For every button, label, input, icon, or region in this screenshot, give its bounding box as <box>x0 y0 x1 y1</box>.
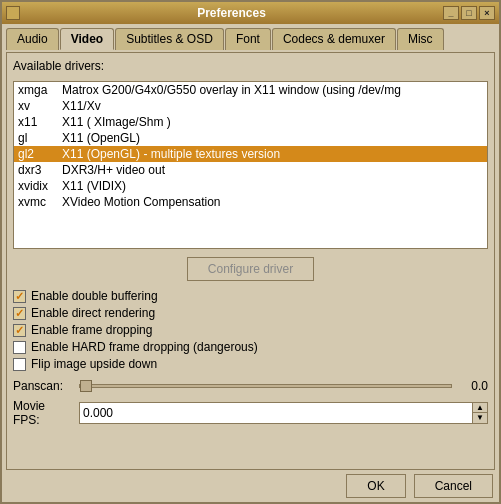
tab-audio[interactable]: Audio <box>6 28 59 50</box>
driver-row-x11[interactable]: x11 X11 ( XImage/Shm ) <box>14 114 487 130</box>
cancel-button[interactable]: Cancel <box>414 474 493 498</box>
driver-desc: X11 (OpenGL) <box>62 131 140 145</box>
checkbox-direct-rendering-box[interactable]: ✓ <box>13 307 26 320</box>
checkbox-direct-rendering[interactable]: ✓ Enable direct rendering <box>13 306 488 320</box>
configure-driver-button[interactable]: Configure driver <box>187 257 314 281</box>
driver-desc: X11 (VIDIX) <box>62 179 126 193</box>
checkbox-flip-image[interactable]: Flip image upside down <box>13 357 488 371</box>
checkbox-frame-dropping-box[interactable]: ✓ <box>13 324 26 337</box>
fps-row: Movie FPS: ▲ ▼ <box>13 399 488 427</box>
minimize-button[interactable]: _ <box>443 6 459 20</box>
checkbox-hard-frame-dropping[interactable]: Enable HARD frame dropping (dangerous) <box>13 340 488 354</box>
drivers-list[interactable]: xmga Matrox G200/G4x0/G550 overlay in X1… <box>13 81 488 249</box>
titlebar: Preferences _ □ × <box>2 2 499 24</box>
driver-key: xmga <box>18 83 62 97</box>
maximize-button[interactable]: □ <box>461 6 477 20</box>
driver-key: dxr3 <box>18 163 62 177</box>
driver-desc: X11/Xv <box>62 99 101 113</box>
preferences-window: Preferences _ □ × Audio Video Subtitles … <box>0 0 501 504</box>
driver-key: gl2 <box>18 147 62 161</box>
driver-key: x11 <box>18 115 62 129</box>
tab-video[interactable]: Video <box>60 28 114 50</box>
tab-bar: Audio Video Subtitles & OSD Font Codecs … <box>6 28 495 50</box>
fps-spin-down-button[interactable]: ▼ <box>473 413 487 423</box>
checkbox-double-buffering-label: Enable double buffering <box>31 289 158 303</box>
window-title: Preferences <box>20 6 443 20</box>
tab-subtitles-osd[interactable]: Subtitles & OSD <box>115 28 224 50</box>
panscan-slider[interactable] <box>79 384 452 388</box>
checkmark-icon: ✓ <box>15 290 24 303</box>
checkbox-frame-dropping[interactable]: ✓ Enable frame dropping <box>13 323 488 337</box>
driver-desc: Matrox G200/G4x0/G550 overlay in X11 win… <box>62 83 401 97</box>
driver-desc: X11 (OpenGL) - multiple textures version <box>62 147 280 161</box>
ok-button[interactable]: OK <box>346 474 405 498</box>
tab-misc[interactable]: Misc <box>397 28 444 50</box>
drivers-label: Available drivers: <box>13 59 488 73</box>
driver-row-gl[interactable]: gl X11 (OpenGL) <box>14 130 487 146</box>
tab-font[interactable]: Font <box>225 28 271 50</box>
checkbox-double-buffering[interactable]: ✓ Enable double buffering <box>13 289 488 303</box>
driver-key: xvidix <box>18 179 62 193</box>
checkbox-direct-rendering-label: Enable direct rendering <box>31 306 155 320</box>
fps-spin-up-button[interactable]: ▲ <box>473 403 487 413</box>
checkbox-hard-frame-dropping-box[interactable] <box>13 341 26 354</box>
driver-row-gl2[interactable]: gl2 X11 (OpenGL) - multiple textures ver… <box>14 146 487 162</box>
fps-input[interactable] <box>80 403 472 423</box>
checkmark-icon: ✓ <box>15 324 24 337</box>
checkbox-double-buffering-box[interactable]: ✓ <box>13 290 26 303</box>
driver-desc: X11 ( XImage/Shm ) <box>62 115 171 129</box>
driver-row-xvidix[interactable]: xvidix X11 (VIDIX) <box>14 178 487 194</box>
titlebar-buttons: _ □ × <box>443 6 495 20</box>
driver-desc: XVideo Motion Compensation <box>62 195 221 209</box>
checkbox-flip-image-box[interactable] <box>13 358 26 371</box>
main-panel: Available drivers: xmga Matrox G200/G4x0… <box>6 52 495 470</box>
panscan-row: Panscan: 0.0 <box>13 379 488 393</box>
checkboxes-group: ✓ Enable double buffering ✓ Enable direc… <box>13 289 488 371</box>
driver-key: xvmc <box>18 195 62 209</box>
fps-input-wrap: ▲ ▼ <box>79 402 488 424</box>
bottom-buttons: OK Cancel <box>6 474 495 498</box>
fps-spinners: ▲ ▼ <box>472 403 487 423</box>
close-button[interactable]: × <box>479 6 495 20</box>
panscan-value: 0.0 <box>458 379 488 393</box>
driver-row-xv[interactable]: xv X11/Xv <box>14 98 487 114</box>
checkmark-icon: ✓ <box>15 307 24 320</box>
driver-desc: DXR3/H+ video out <box>62 163 165 177</box>
app-icon <box>6 6 20 20</box>
content-area: Audio Video Subtitles & OSD Font Codecs … <box>2 24 499 502</box>
checkbox-frame-dropping-label: Enable frame dropping <box>31 323 152 337</box>
driver-row-dxr3[interactable]: dxr3 DXR3/H+ video out <box>14 162 487 178</box>
driver-key: xv <box>18 99 62 113</box>
checkbox-flip-image-label: Flip image upside down <box>31 357 157 371</box>
driver-row-xvmc[interactable]: xvmc XVideo Motion Compensation <box>14 194 487 210</box>
checkbox-hard-frame-dropping-label: Enable HARD frame dropping (dangerous) <box>31 340 258 354</box>
panscan-label: Panscan: <box>13 379 73 393</box>
fps-label: Movie FPS: <box>13 399 73 427</box>
driver-key: gl <box>18 131 62 145</box>
driver-row-xmga[interactable]: xmga Matrox G200/G4x0/G550 overlay in X1… <box>14 82 487 98</box>
tab-codecs-demuxer[interactable]: Codecs & demuxer <box>272 28 396 50</box>
